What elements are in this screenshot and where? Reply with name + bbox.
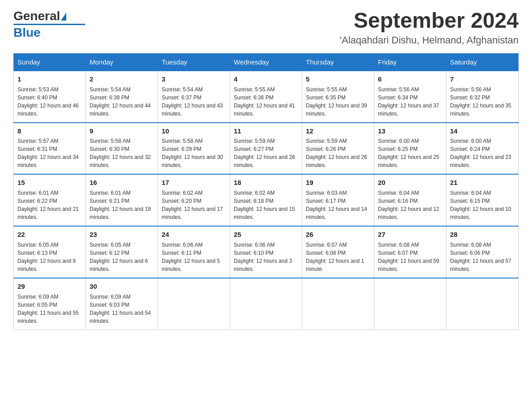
day-info: Sunrise: 6:09 AMSunset: 6:05 PMDaylight:…	[17, 293, 82, 325]
calendar-day-cell: 24Sunrise: 6:06 AMSunset: 6:11 PMDayligh…	[158, 226, 230, 278]
logo: General Blue	[13, 9, 85, 40]
day-number: 22	[17, 230, 82, 240]
calendar-day-cell: 2Sunrise: 5:54 AMSunset: 6:38 PMDaylight…	[86, 71, 158, 123]
logo-triangle-icon	[61, 13, 66, 21]
logo-blue-text: Blue	[13, 26, 41, 40]
day-number: 15	[17, 178, 82, 188]
day-number: 28	[450, 230, 515, 240]
day-of-week-header: Monday	[86, 53, 158, 71]
calendar-day-cell: 11Sunrise: 5:59 AMSunset: 6:27 PMDayligh…	[230, 123, 302, 175]
day-number: 7	[450, 74, 515, 84]
day-info: Sunrise: 5:56 AMSunset: 6:32 PMDaylight:…	[450, 86, 515, 118]
day-info: Sunrise: 5:58 AMSunset: 6:29 PMDaylight:…	[162, 137, 226, 169]
day-info: Sunrise: 6:01 AMSunset: 6:22 PMDaylight:…	[17, 189, 82, 221]
day-number: 23	[90, 230, 154, 240]
day-info: Sunrise: 5:55 AMSunset: 6:36 PMDaylight:…	[234, 86, 298, 118]
day-number: 13	[378, 126, 442, 136]
calendar-header-row: SundayMondayTuesdayWednesdayThursdayFrid…	[14, 53, 519, 71]
calendar-day-cell: 27Sunrise: 6:08 AMSunset: 6:07 PMDayligh…	[374, 226, 446, 278]
day-number: 1	[17, 74, 82, 84]
day-number: 27	[378, 230, 442, 240]
day-info: Sunrise: 6:00 AMSunset: 6:25 PMDaylight:…	[378, 137, 442, 169]
calendar-day-cell: 9Sunrise: 5:58 AMSunset: 6:30 PMDaylight…	[86, 123, 158, 175]
calendar-day-cell: 17Sunrise: 6:02 AMSunset: 6:20 PMDayligh…	[158, 174, 230, 226]
calendar-day-cell	[446, 278, 519, 330]
calendar-day-cell: 7Sunrise: 5:56 AMSunset: 6:32 PMDaylight…	[446, 71, 519, 123]
day-number: 12	[306, 126, 370, 136]
calendar-day-cell: 30Sunrise: 6:09 AMSunset: 6:03 PMDayligh…	[86, 278, 158, 330]
day-number: 29	[17, 282, 82, 291]
month-title: September 2024	[340, 9, 519, 33]
calendar-day-cell: 6Sunrise: 5:56 AMSunset: 6:34 PMDaylight…	[374, 71, 446, 123]
day-info: Sunrise: 6:08 AMSunset: 6:07 PMDaylight:…	[378, 241, 442, 273]
day-info: Sunrise: 5:55 AMSunset: 6:35 PMDaylight:…	[306, 86, 370, 118]
title-block: September 2024 'Alaqahdari Dishu, Helman…	[340, 9, 519, 46]
calendar-week-row: 15Sunrise: 6:01 AMSunset: 6:22 PMDayligh…	[14, 174, 519, 226]
calendar-week-row: 22Sunrise: 6:05 AMSunset: 6:13 PMDayligh…	[14, 226, 519, 278]
day-info: Sunrise: 6:06 AMSunset: 6:10 PMDaylight:…	[234, 241, 298, 273]
day-info: Sunrise: 6:06 AMSunset: 6:11 PMDaylight:…	[162, 241, 226, 273]
day-info: Sunrise: 6:07 AMSunset: 6:08 PMDaylight:…	[306, 241, 370, 273]
day-of-week-header: Friday	[374, 53, 446, 71]
calendar-day-cell: 19Sunrise: 6:03 AMSunset: 6:17 PMDayligh…	[302, 174, 374, 226]
day-number: 14	[450, 126, 515, 136]
calendar-day-cell: 5Sunrise: 5:55 AMSunset: 6:35 PMDaylight…	[302, 71, 374, 123]
calendar-day-cell: 13Sunrise: 6:00 AMSunset: 6:25 PMDayligh…	[374, 123, 446, 175]
day-info: Sunrise: 6:04 AMSunset: 6:15 PMDaylight:…	[450, 189, 515, 221]
calendar-day-cell: 1Sunrise: 5:53 AMSunset: 6:40 PMDaylight…	[14, 71, 86, 123]
day-number: 10	[162, 126, 226, 136]
calendar-day-cell: 4Sunrise: 5:55 AMSunset: 6:36 PMDaylight…	[230, 71, 302, 123]
day-of-week-header: Wednesday	[230, 53, 302, 71]
calendar-day-cell: 10Sunrise: 5:58 AMSunset: 6:29 PMDayligh…	[158, 123, 230, 175]
calendar-day-cell: 16Sunrise: 6:01 AMSunset: 6:21 PMDayligh…	[86, 174, 158, 226]
day-number: 4	[234, 74, 298, 84]
page-header: General Blue September 2024 'Alaqahdari …	[13, 9, 519, 46]
day-number: 19	[306, 178, 370, 188]
calendar-day-cell	[374, 278, 446, 330]
day-info: Sunrise: 5:57 AMSunset: 6:31 PMDaylight:…	[17, 137, 82, 169]
day-of-week-header: Thursday	[302, 53, 374, 71]
day-number: 2	[90, 74, 154, 84]
day-info: Sunrise: 5:59 AMSunset: 6:26 PMDaylight:…	[306, 137, 370, 169]
day-number: 5	[306, 74, 370, 84]
day-number: 17	[162, 178, 226, 188]
day-number: 18	[234, 178, 298, 188]
day-number: 25	[234, 230, 298, 240]
day-info: Sunrise: 6:00 AMSunset: 6:24 PMDaylight:…	[450, 137, 515, 169]
day-number: 20	[378, 178, 442, 188]
calendar-day-cell: 12Sunrise: 5:59 AMSunset: 6:26 PMDayligh…	[302, 123, 374, 175]
day-info: Sunrise: 6:01 AMSunset: 6:21 PMDaylight:…	[90, 189, 154, 221]
calendar-day-cell: 22Sunrise: 6:05 AMSunset: 6:13 PMDayligh…	[14, 226, 86, 278]
day-info: Sunrise: 5:54 AMSunset: 6:37 PMDaylight:…	[162, 86, 226, 118]
calendar-day-cell: 25Sunrise: 6:06 AMSunset: 6:10 PMDayligh…	[230, 226, 302, 278]
day-info: Sunrise: 5:56 AMSunset: 6:34 PMDaylight:…	[378, 86, 442, 118]
calendar-week-row: 8Sunrise: 5:57 AMSunset: 6:31 PMDaylight…	[14, 123, 519, 175]
day-info: Sunrise: 5:53 AMSunset: 6:40 PMDaylight:…	[17, 86, 82, 118]
calendar-day-cell: 8Sunrise: 5:57 AMSunset: 6:31 PMDaylight…	[14, 123, 86, 175]
day-info: Sunrise: 6:09 AMSunset: 6:03 PMDaylight:…	[90, 293, 154, 325]
calendar-day-cell	[302, 278, 374, 330]
location-title: 'Alaqahdari Dishu, Helmand, Afghanistan	[340, 34, 519, 46]
calendar-day-cell: 21Sunrise: 6:04 AMSunset: 6:15 PMDayligh…	[446, 174, 519, 226]
calendar-day-cell: 18Sunrise: 6:02 AMSunset: 6:18 PMDayligh…	[230, 174, 302, 226]
day-number: 11	[234, 126, 298, 136]
day-info: Sunrise: 6:08 AMSunset: 6:06 PMDaylight:…	[450, 241, 515, 273]
calendar-day-cell: 15Sunrise: 6:01 AMSunset: 6:22 PMDayligh…	[14, 174, 86, 226]
calendar-week-row: 29Sunrise: 6:09 AMSunset: 6:05 PMDayligh…	[14, 278, 519, 330]
day-info: Sunrise: 6:04 AMSunset: 6:16 PMDaylight:…	[378, 189, 442, 221]
logo-general-text: General	[13, 9, 60, 23]
calendar-day-cell: 26Sunrise: 6:07 AMSunset: 6:08 PMDayligh…	[302, 226, 374, 278]
calendar-day-cell: 29Sunrise: 6:09 AMSunset: 6:05 PMDayligh…	[14, 278, 86, 330]
calendar-day-cell	[158, 278, 230, 330]
day-number: 9	[90, 126, 154, 136]
day-info: Sunrise: 6:05 AMSunset: 6:12 PMDaylight:…	[90, 241, 154, 273]
day-info: Sunrise: 6:05 AMSunset: 6:13 PMDaylight:…	[17, 241, 82, 273]
day-info: Sunrise: 6:02 AMSunset: 6:18 PMDaylight:…	[234, 189, 298, 221]
calendar-day-cell	[230, 278, 302, 330]
day-of-week-header: Tuesday	[158, 53, 230, 71]
calendar-week-row: 1Sunrise: 5:53 AMSunset: 6:40 PMDaylight…	[14, 71, 519, 123]
day-number: 26	[306, 230, 370, 240]
day-number: 24	[162, 230, 226, 240]
day-info: Sunrise: 6:03 AMSunset: 6:17 PMDaylight:…	[306, 189, 370, 221]
day-number: 21	[450, 178, 515, 188]
